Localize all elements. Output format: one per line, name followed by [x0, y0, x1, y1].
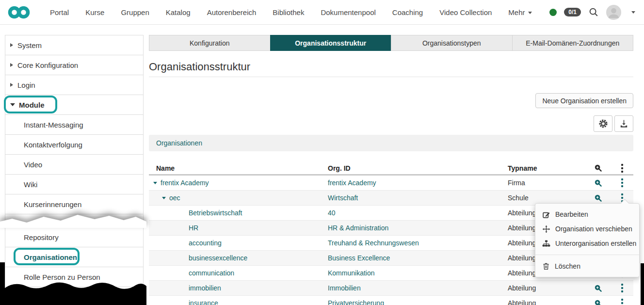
sidebar-item-label: Wiki	[24, 180, 37, 189]
sidebar-item-video[interactable]: Video	[5, 155, 143, 175]
org-name-link[interactable]: Betriebswirtschaft	[189, 209, 242, 217]
row-options-button[interactable]	[611, 283, 633, 293]
nav-item-autorenbereich[interactable]: Autorenbereich	[199, 8, 265, 16]
org-name-link[interactable]: accounting	[189, 239, 222, 247]
kebab-menu-icon	[621, 283, 624, 293]
org-id-link[interactable]: Business Excellence	[328, 254, 390, 262]
user-avatar[interactable]	[606, 5, 621, 20]
sidebar-item-repository[interactable]: Repository	[5, 227, 143, 247]
kebab-menu-icon	[621, 163, 624, 173]
row-options-button[interactable]	[611, 178, 633, 188]
tab-e-mail-domänen-zuordnungen[interactable]: E-Mail-Domänen-Zuordnungen	[512, 35, 634, 51]
org-id-link[interactable]: Wirtschaft	[328, 194, 358, 202]
column-header-orgid[interactable]: Org. ID	[328, 164, 508, 172]
chevron-right-icon	[10, 63, 13, 67]
chevron-down-icon	[10, 103, 15, 106]
nav-item-dokumentenpool[interactable]: Dokumentenpool	[312, 8, 384, 16]
table-search-icon[interactable]	[585, 164, 611, 172]
org-id-link[interactable]: frentix Academy	[328, 179, 376, 187]
row-options-button[interactable]	[611, 298, 633, 305]
org-id-link[interactable]: Kommunikation	[328, 269, 375, 277]
search-icon[interactable]	[588, 7, 599, 17]
nav-item-mehr[interactable]: Mehr	[500, 8, 540, 16]
menu-item-löschen[interactable]: Löschen	[535, 259, 639, 273]
tree-expand-icon[interactable]	[162, 197, 166, 199]
org-id-link[interactable]: 40	[328, 209, 336, 217]
org-name-link[interactable]: communication	[189, 269, 234, 277]
table-toolbar	[594, 115, 633, 132]
org-name-link[interactable]: HR	[189, 224, 198, 232]
menu-item-organisation-verschieben[interactable]: Organisation verschieben	[535, 222, 639, 236]
row-search-plus-button[interactable]	[585, 194, 611, 202]
kebab-menu-icon	[621, 178, 624, 188]
sidebar-item-login[interactable]: Login	[5, 75, 143, 95]
row-context-menu: Bearbeiten Organisation verschieben Unte…	[535, 203, 640, 277]
org-name-link[interactable]: insurance	[189, 299, 218, 305]
move-icon	[542, 225, 550, 233]
sidebar-item-wiki[interactable]: Wiki	[5, 175, 143, 194]
sidebar-item-instant-messaging[interactable]: Instant-Messaging	[5, 115, 143, 135]
sidebar-item-label: Kontaktverfolgung	[24, 141, 82, 149]
nav-item-portal[interactable]: Portal	[42, 8, 77, 16]
column-header-typname[interactable]: Typname	[508, 164, 585, 172]
row-search-plus-button[interactable]	[585, 284, 611, 292]
tab-organisationsstruktur[interactable]: Organisationsstruktur	[270, 35, 392, 51]
sidebar-item-system[interactable]: System	[5, 35, 143, 55]
nav-item-katalog[interactable]: Katalog	[158, 8, 199, 16]
table-header-row: Name Org. ID Typname	[149, 162, 633, 176]
cell-typname: Abteilung	[508, 299, 585, 305]
redaction-black-bar	[641, 263, 644, 305]
menu-item-unterorganisation-erstellen[interactable]: Unterorganisation erstellen	[535, 236, 639, 251]
org-name-link[interactable]: immobilien	[189, 284, 221, 292]
column-header-name[interactable]: Name	[149, 164, 328, 172]
tab-konfiguration[interactable]: Konfiguration	[149, 35, 271, 51]
chevron-right-icon	[10, 43, 13, 47]
sitemap-icon	[542, 240, 550, 248]
cell-name: accounting	[149, 239, 328, 247]
tab-bar: KonfigurationOrganisationsstrukturOrgani…	[149, 35, 633, 51]
org-id-link[interactable]: Immobilien	[328, 284, 361, 292]
sidebar-item-module[interactable]: Module	[5, 95, 143, 115]
table-options-icon[interactable]	[611, 163, 633, 173]
main-content: KonfigurationOrganisationsstrukturOrgani…	[149, 35, 633, 51]
nav-item-gruppen[interactable]: Gruppen	[113, 8, 157, 16]
online-status-dot	[549, 9, 557, 16]
sidebar-item-label: Kurserinnerungen	[24, 200, 81, 209]
app-logo[interactable]	[8, 5, 30, 20]
org-name-link[interactable]: oec	[169, 194, 180, 202]
org-name-link[interactable]: businessexcellence	[189, 254, 247, 262]
cell-org-id: 40	[328, 209, 508, 217]
navbar-right-cluster: 0/1	[549, 5, 635, 20]
user-menu-caret-icon[interactable]	[631, 11, 635, 14]
sidebar-item-kontaktverfolgung[interactable]: Kontaktverfolgung	[5, 135, 143, 155]
settings-button[interactable]	[594, 115, 612, 132]
org-id-link[interactable]: Privatversicherung	[328, 299, 384, 305]
nav-item-coaching[interactable]: Coaching	[384, 8, 431, 16]
task-counter-badge[interactable]: 0/1	[564, 8, 581, 16]
tab-organisationstypen[interactable]: Organisationstypen	[391, 35, 513, 51]
sidebar-item-core-konfiguration[interactable]: Core Konfiguration	[5, 55, 143, 75]
cell-org-id: Treuhand & Rechnungswesen	[328, 239, 508, 247]
menu-item-label: Unterorganisation erstellen	[555, 240, 636, 247]
cell-name: Betriebswirtschaft	[149, 209, 328, 217]
cell-org-id: frentix Academy	[328, 179, 508, 187]
nav-item-bibliothek[interactable]: Bibliothek	[264, 8, 312, 16]
row-search-plus-button[interactable]	[585, 299, 611, 305]
row-search-plus-button[interactable]	[585, 179, 611, 187]
cell-org-id: Business Excellence	[328, 254, 508, 262]
download-button[interactable]	[614, 115, 633, 132]
menu-separator	[535, 255, 639, 255]
menu-item-bearbeiten[interactable]: Bearbeiten	[535, 207, 639, 222]
sidebar-item-kurserinnerungen[interactable]: Kurserinnerungen	[5, 194, 143, 214]
nav-item-video-collection[interactable]: Video Collection	[431, 8, 500, 16]
nav-item-kurse[interactable]: Kurse	[77, 8, 113, 16]
org-id-link[interactable]: HR & Administration	[328, 224, 388, 232]
sidebar-item-organisationen[interactable]: Organisationen	[5, 247, 143, 267]
org-name-link[interactable]: frentix Academy	[161, 179, 209, 187]
panel-header: Organisationen	[149, 135, 633, 151]
tree-expand-icon[interactable]	[153, 182, 157, 184]
org-id-link[interactable]: Treuhand & Rechnungswesen	[328, 239, 419, 247]
kebab-menu-icon	[621, 298, 624, 305]
sidebar-item-rolle-person-zu-person[interactable]: Rolle Person zu Person	[5, 267, 143, 287]
create-organisation-button[interactable]: Neue Organisation erstellen	[535, 93, 633, 108]
